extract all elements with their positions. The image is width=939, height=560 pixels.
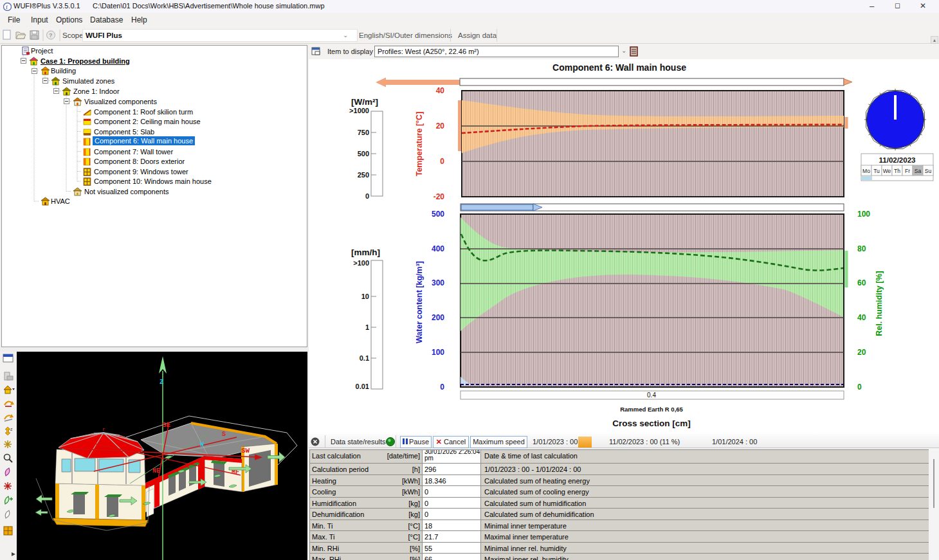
svg-text:NE: NE [152,467,160,474]
svg-text:Z: Z [160,378,164,386]
svg-text:200: 200 [432,313,444,322]
svg-text:W: W [200,441,204,448]
svg-text:400: 400 [432,244,444,253]
svg-text:0: 0 [440,157,444,166]
svg-text:[W/m²]: [W/m²] [351,97,378,107]
svg-text:[mm/h]: [mm/h] [351,248,380,257]
svg-text:Rammed Earth R 0,65: Rammed Earth R 0,65 [620,406,683,413]
svg-text:?: ? [49,32,53,39]
svg-text:>100: >100 [353,259,369,267]
svg-text:0.01: 0.01 [356,383,369,390]
svg-text:S: S [222,431,226,438]
svg-text:Su: Su [925,168,932,174]
svg-text:Component 6: Wall main house: Component 6: Wall main house [552,62,686,73]
svg-text:0.4: 0.4 [647,392,656,399]
svg-text:>1000: >1000 [349,107,369,114]
svg-text:0: 0 [440,383,444,392]
svg-text:We: We [883,168,891,174]
svg-text:300: 300 [432,278,444,287]
svg-text:Mo: Mo [862,168,870,174]
svg-text:250: 250 [358,171,369,179]
svg-text:500: 500 [432,210,444,219]
svg-text:Temperature [°C]: Temperature [°C] [415,112,424,177]
svg-text:750: 750 [358,129,369,136]
svg-text:500: 500 [358,150,369,158]
svg-text:100: 100 [857,210,870,219]
svg-text:0: 0 [857,383,862,392]
svg-text:Tu: Tu [873,168,880,174]
svg-text:SW: SW [241,447,250,455]
svg-text:0.1: 0.1 [360,354,369,362]
svg-text:Sa: Sa [915,168,922,174]
svg-text:z: z [10,427,13,431]
svg-text:Cross section [cm]: Cross section [cm] [612,419,691,428]
svg-text:Water content [kg/m³]: Water content [kg/m³] [415,261,424,343]
svg-text:-20: -20 [433,192,445,201]
svg-text:11/02/2023: 11/02/2023 [879,156,916,164]
svg-text:100: 100 [432,348,444,357]
svg-text:Rel. humidity [%]: Rel. humidity [%] [875,271,884,336]
svg-text:20: 20 [857,348,866,357]
svg-text:80: 80 [857,244,866,253]
svg-text:60: 60 [857,278,866,287]
svg-text:10: 10 [361,293,369,300]
svg-text:r: r [102,426,105,432]
svg-text:SE: SE [162,421,171,429]
svg-text:40: 40 [436,86,445,95]
svg-text:Th: Th [894,168,900,174]
svg-text:0: 0 [365,192,369,200]
svg-text:1: 1 [365,323,369,331]
svg-text:40: 40 [857,313,866,322]
svg-text:Fr: Fr [905,168,910,174]
svg-text:f: f [6,4,8,10]
svg-text:20: 20 [436,122,445,131]
